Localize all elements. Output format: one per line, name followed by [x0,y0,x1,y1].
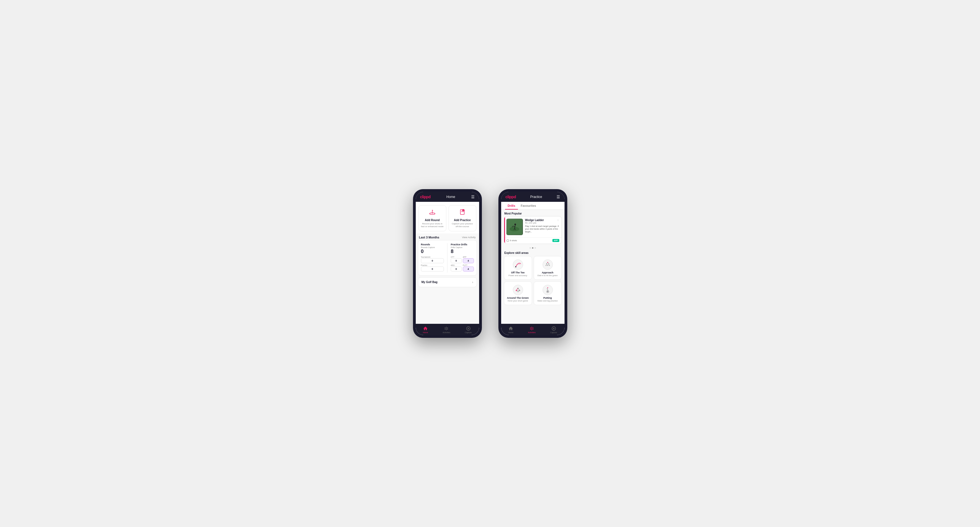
nav-home[interactable]: Home [423,326,428,333]
nav-activities-label-p: Activities [528,332,536,333]
svg-point-58 [533,329,533,330]
dot-2 [532,247,533,249]
bottom-nav-practice: Home Activities Capture [501,324,565,335]
action-cards: Add Round Record your shots in fast or e… [416,202,479,233]
rounds-total: 0 [421,249,444,254]
page-title-practice: Practice [530,195,542,199]
svg-point-27 [515,266,516,267]
svg-point-26 [513,260,523,270]
svg-point-19 [514,224,516,225]
page-title-home: Home [446,195,455,199]
svg-point-12 [447,327,448,328]
svg-point-54 [531,329,532,330]
nav-capture[interactable]: Capture [465,326,472,333]
featured-drill-subtitle: 50–100 yds [525,222,559,224]
drills-col: Practice Drills Drills Capture 8 OTT 0 A… [451,243,474,273]
star-icon[interactable]: ☆ [557,219,559,222]
around-green-desc: Hone your short game [508,300,528,302]
practice-value: 0 [421,267,444,271]
practice-col: Practice 0 [421,264,444,271]
skill-around-green[interactable]: Around The Green Hone your short game [504,281,532,305]
nav-capture-label: Capture [465,332,472,333]
add-practice-card[interactable]: + Add Practice Capture your practice off… [449,205,476,231]
rounds-capture-label: Rounds Capture [421,246,444,248]
putt-col: PUTT 4 [463,264,474,271]
nav-home-label-p: Home [508,332,514,333]
nav-capture-label-p: Capture [550,332,557,333]
skill-putting[interactable]: Putting Make and lag practice [534,281,562,305]
add-practice-desc: Capture your practice off-the-course [451,222,474,228]
explore-label: Explore skill areas [501,250,565,256]
svg-point-34 [549,265,550,266]
practice-tabs: Drills Favourites [501,202,565,210]
menu-icon-home[interactable]: ☰ [471,195,475,199]
drills-title: Practice Drills [451,243,474,246]
svg-point-53 [531,327,532,328]
approach-name: Approach [542,271,553,274]
ott-value: 0 [451,258,462,263]
svg-point-29 [547,262,548,263]
top-bar-home: clippd Home ☰ [416,192,479,202]
my-bag-label: My Golf Bag [422,281,438,284]
view-activity-link[interactable]: View Activity [462,236,476,239]
phone-practice: clippd Practice ☰ Drills Favourites Most… [498,189,567,338]
my-golf-bag-row[interactable]: My Golf Bag › [418,277,477,287]
featured-drill-info: Wedge Ladder ☆ 50–100 yds Play 1 shot at… [525,219,559,235]
practice-label: Practice [421,264,444,266]
featured-drill-image [506,219,523,235]
approach-desc: Dial-in to hit the green [538,274,558,277]
svg-point-57 [533,327,533,328]
nav-activities[interactable]: Activities [443,326,450,333]
svg-point-28 [543,260,553,270]
svg-text:+: + [463,210,464,211]
arg-label: ARG [451,264,462,266]
add-round-desc: Record your shots in fast or enhanced mo… [421,222,444,228]
home-screen-content: Add Round Record your shots in fast or e… [416,202,479,324]
nav-activities-practice[interactable]: Activities [528,326,536,333]
ott-label: OTT [451,256,462,258]
svg-point-33 [547,265,548,266]
app-value: 4 [463,258,474,263]
svg-point-25 [507,240,509,242]
logo-home: clippd [420,195,431,199]
approach-icon [542,259,553,270]
arg-value: 0 [451,267,462,271]
svg-point-56 [530,329,531,330]
nav-home-practice[interactable]: Home [508,326,514,333]
svg-point-13 [447,329,448,330]
tab-favourites[interactable]: Favourites [518,202,539,210]
nav-capture-practice[interactable]: Capture [550,326,557,333]
practice-screen-content: Most Popular [501,210,565,324]
app-badge: APP [552,239,559,242]
skill-off-tee[interactable]: Off The Tee Power and accuracy [504,256,532,280]
skill-approach[interactable]: Approach Dial-in to hit the green [534,256,562,280]
bottom-nav-home: Home Activities Capture [416,324,479,335]
featured-drill-title: Wedge Ladder [525,219,544,222]
svg-point-30 [546,264,547,264]
app-col: APP 4 [463,256,474,263]
menu-icon-practice[interactable]: ☰ [557,195,560,199]
ott-col: OTT 0 [451,256,462,263]
tab-drills[interactable]: Drills [505,202,518,210]
putt-value: 4 [463,267,474,271]
putt-label: PUTT [463,264,474,266]
off-tee-name: Off The Tee [511,271,525,274]
add-round-title: Add Round [425,219,440,222]
featured-drill-desc: Play 1 shot at each target yardage. If y… [525,225,559,233]
carousel-dots [501,246,565,250]
dot-1 [530,247,531,249]
svg-point-41 [513,285,523,295]
add-practice-icon: + [458,208,466,217]
tournament-col: Tournament 0 [421,256,444,263]
around-green-name: Around The Green [507,297,529,299]
svg-point-32 [546,265,546,266]
nav-activities-label: Activities [443,332,450,333]
activity-section-header: Last 3 Months View Activity [416,233,479,240]
svg-point-52 [531,328,532,329]
add-practice-title: Add Practice [454,219,471,222]
add-round-card[interactable]: Add Round Record your shots in fast or e… [418,205,446,231]
featured-drill-card[interactable]: Wedge Ladder ☆ 50–100 yds Play 1 shot at… [504,216,562,244]
svg-point-48 [547,291,548,292]
nav-home-label: Home [423,332,428,333]
drills-total: 8 [451,249,474,254]
